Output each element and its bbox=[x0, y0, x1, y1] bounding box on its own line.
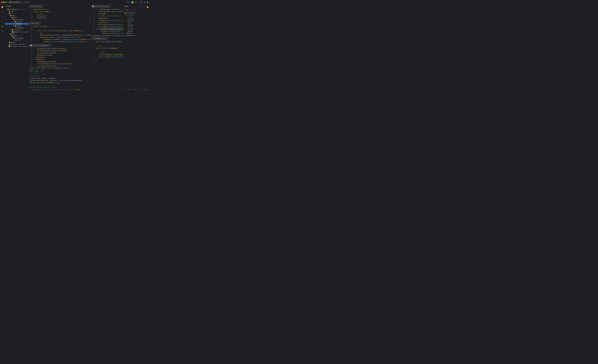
tree-item-resources[interactable]: ▼ 📁 resources bbox=[5, 29, 29, 31]
tree-item-student[interactable]: ☕ Student bbox=[5, 23, 29, 25]
tree-item-extlibs[interactable]: ▶ 📚 External Libraries bbox=[5, 43, 29, 45]
maven-validate-item[interactable]: ⚡ validate bbox=[124, 18, 146, 20]
maven-install-item[interactable]: ⚡ install bbox=[124, 28, 146, 30]
notifications-toolbar-icon[interactable]: 🔔 bbox=[146, 6, 149, 8]
user-button[interactable]: 👤 bbox=[144, 1, 145, 3]
testmapper-code-editor[interactable]: 12 45 78910 import org.example.entity.St… bbox=[91, 40, 123, 69]
run-toolbar-button[interactable]: ▶ bbox=[1, 20, 4, 23]
status-encoding[interactable]: UTF-8 bbox=[138, 89, 141, 90]
tree-item-mapper[interactable]: ▼ 📁 mapper bbox=[5, 25, 29, 27]
maven-verify-item[interactable]: ⚡ verify bbox=[124, 26, 146, 28]
gradle-toolbar-button[interactable]: 🔨 bbox=[1, 30, 4, 32]
maven-project-item[interactable]: 📦 helloMaven2 bbox=[124, 12, 146, 14]
minimize-button[interactable] bbox=[3, 1, 5, 3]
maven-lifecycle-group[interactable]: ▼ Lifecycle bbox=[124, 14, 146, 16]
status-linesep[interactable]: LF bbox=[135, 89, 136, 90]
breadcrumb-item[interactable]: environments bbox=[103, 35, 111, 36]
gear-icon[interactable]: ⚙ bbox=[27, 5, 28, 7]
settings-button[interactable]: ⚙ bbox=[138, 1, 139, 3]
maven-test-item[interactable]: ⚡ test bbox=[124, 22, 146, 24]
close-tab-icon[interactable]: ✕ bbox=[39, 23, 40, 24]
stop-button[interactable]: ⏹ bbox=[31, 70, 33, 72]
run-panel-close[interactable]: ✕ bbox=[145, 70, 146, 72]
maven-clean-item[interactable]: ⚡ clean bbox=[124, 16, 146, 18]
vcs-toolbar-button[interactable]: ⎇ bbox=[1, 10, 4, 13]
maven-close-icon[interactable]: ✕ bbox=[143, 5, 145, 7]
more-toolbar-button[interactable]: ⋯ bbox=[1, 87, 4, 90]
tree-item-entity[interactable]: ▼ 📁 entity bbox=[5, 21, 29, 23]
debug-toolbar-button[interactable]: 🐛 bbox=[1, 25, 4, 28]
tree-item-mybatis[interactable]: 📄 mybatis-config.xml bbox=[5, 31, 29, 33]
close-tab-icon[interactable]: ✕ bbox=[42, 6, 42, 7]
maven-settings-icon[interactable]: ⚙ bbox=[142, 5, 143, 7]
run-panel-minimize[interactable]: — bbox=[148, 70, 149, 72]
more-tabs-icon[interactable]: ⋯ bbox=[118, 6, 121, 7]
maven-skip-icon[interactable]: ⏭ bbox=[129, 9, 131, 11]
run-config-label[interactable]: Main bbox=[127, 1, 130, 3]
main-code-editor[interactable]: 1516171819202122232425 public class Main… bbox=[29, 25, 91, 43]
tree-item-testmapper[interactable]: ☕ TestMapper bbox=[5, 27, 29, 29]
tree-item-maintest[interactable]: ☕ MainTest bbox=[5, 39, 29, 41]
maven-debug-icon[interactable]: 🐛 bbox=[126, 9, 128, 11]
maven-refresh-icon[interactable]: ↻ bbox=[140, 5, 141, 7]
tree-item-orgexample[interactable]: ▼ 📦 org.example bbox=[5, 19, 29, 21]
maven-add-icon[interactable]: + bbox=[131, 9, 132, 11]
more-tabs-icon[interactable]: ⋯ bbox=[85, 23, 88, 24]
tab-main[interactable]: ☕ Main.java ✕ bbox=[29, 22, 41, 25]
student-code-editor[interactable]: 9101112131415 @AllArgsConstructor public… bbox=[29, 8, 91, 21]
project-toolbar-button[interactable]: 📁 bbox=[1, 6, 4, 8]
run-again-button[interactable]: ▶ bbox=[30, 70, 31, 72]
tab-testmapper[interactable]: ☕ TestMapper.java ✕ bbox=[91, 37, 108, 40]
breadcrumb-item[interactable]: plugins bbox=[41, 67, 46, 69]
maven-deploy-item[interactable]: ⚡ deploy bbox=[124, 30, 146, 32]
mybatis-code-editor[interactable]: 891011121314151617181920212223242526 <se… bbox=[91, 8, 123, 35]
main-run-tab[interactable]: Main bbox=[40, 70, 44, 72]
close-tab-icon[interactable]: ✕ bbox=[50, 45, 50, 46]
breadcrumb-item[interactable]: project bbox=[30, 67, 35, 69]
breadcrumb-item[interactable]: build bbox=[36, 67, 40, 69]
tree-item-idea[interactable]: ▶ 📁 idea bbox=[5, 10, 29, 13]
status-indent[interactable]: 4 spaces bbox=[143, 89, 149, 90]
tree-item-target[interactable]: ▶ 📁 target bbox=[5, 41, 29, 43]
maven-package-item[interactable]: ⚡ package bbox=[124, 24, 146, 26]
maven-compile-item[interactable]: ● compile bbox=[124, 20, 146, 22]
maximize-button[interactable] bbox=[5, 1, 7, 3]
branch-tab[interactable]: ⎇ master bbox=[22, 1, 31, 3]
debug-button[interactable]: 🐛 bbox=[135, 1, 137, 3]
breadcrumb-item[interactable]: plugin bbox=[47, 67, 52, 69]
breadcrumb-item[interactable]: configuration bbox=[53, 67, 62, 69]
tree-item-src[interactable]: ▼ 📁 src bbox=[5, 13, 29, 15]
more-tabs-icon[interactable]: ⋯ bbox=[85, 6, 88, 7]
status-line-col[interactable]: 13:1 bbox=[131, 89, 133, 90]
maven-collapse-icon[interactable]: ⊟ bbox=[133, 9, 134, 11]
maven-run-icon[interactable]: ▶ bbox=[124, 9, 125, 11]
tab-mybatis[interactable]: 📄 mybatis-config.xml ✕ bbox=[91, 5, 111, 8]
tree-item-main[interactable]: ▼ 📁 main bbox=[5, 15, 29, 17]
notifications-button[interactable]: 🔔 bbox=[147, 1, 149, 3]
run-tab[interactable]: Run bbox=[35, 70, 39, 72]
search-button[interactable]: 🔍 bbox=[141, 1, 142, 3]
project-tab[interactable]: 📦 helloMaven2 bbox=[8, 1, 21, 3]
tree-item-orgexample2[interactable]: ▼ 📦 org.example bbox=[5, 37, 29, 39]
maven-expand-icon[interactable]: ⊞ bbox=[134, 9, 136, 11]
structure-toolbar-button[interactable]: ≡ bbox=[1, 15, 4, 18]
tree-root[interactable]: ▼ 📁 helloMaven2 ~/Desktop/CS/JavaEE bbox=[5, 8, 29, 10]
maven-dependencies-group[interactable]: ▶ Dependencies bbox=[124, 34, 146, 36]
rerun-button[interactable]: ↻ bbox=[33, 70, 34, 72]
tree-item-java[interactable]: ▼ 📁 java bbox=[5, 17, 29, 19]
run-button[interactable]: ▶ bbox=[131, 1, 134, 3]
breadcrumb-item[interactable]: configuration bbox=[92, 35, 101, 36]
tab-student[interactable]: ☕ Student.java ✕ bbox=[29, 5, 44, 8]
breadcrumb-item[interactable]: archive bbox=[64, 67, 69, 69]
tree-item-test-java[interactable]: ▼ 📁 java bbox=[5, 35, 29, 37]
breadcrumb-item[interactable]: environment bbox=[113, 35, 121, 36]
maven-plugins-group[interactable]: ▶ Plugins bbox=[124, 32, 146, 34]
tree-item-scratches[interactable]: ▶ 📝 Scratches and Consoles bbox=[5, 45, 29, 47]
close-tab-icon[interactable]: ✕ bbox=[106, 38, 107, 39]
breadcrumb-item[interactable]: dataSource bbox=[122, 35, 123, 36]
close-button[interactable] bbox=[1, 1, 2, 3]
more-tabs-icon[interactable]: ⋯ bbox=[88, 45, 91, 46]
pom-code-editor[interactable]: 3435363738394041424344454647484950515253… bbox=[29, 47, 91, 67]
tree-item-test[interactable]: ▼ 📁 test bbox=[5, 33, 29, 35]
tab-pom[interactable]: 📄 pom.xml (helloMaven2) ✕ bbox=[29, 44, 52, 47]
